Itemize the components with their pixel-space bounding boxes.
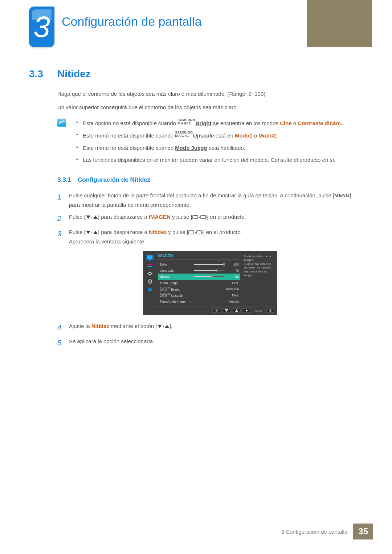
svg-rect-7: [147, 266, 152, 267]
osd-tab-settings-icon: [146, 279, 154, 284]
header-stripe: [307, 0, 392, 47]
osd-row: Modo JuegoDes.: [158, 280, 240, 286]
svg-text:i: i: [150, 288, 150, 291]
osd-row: SAMSUNGMAGICUpscaleDes.: [158, 292, 240, 298]
osd-auto-button: AUTO: [253, 309, 264, 312]
osd-down-icon: [222, 308, 230, 313]
osd-control-bar: AUTO: [146, 307, 274, 313]
section-number: 3.3: [29, 68, 57, 80]
osd-tab-color-icon: [146, 263, 154, 268]
chapter-badge: 3: [29, 7, 54, 47]
svg-rect-5: [149, 259, 151, 260]
page-number: 35: [353, 524, 373, 539]
note-item-4: Las funciones disponibles en el monitor …: [75, 156, 363, 164]
note-item-2: Este menú no está disponible cuando SAMS…: [75, 131, 363, 140]
down-up-icon: [86, 215, 98, 219]
page-footer: 3 Configuración de pantalla 35: [281, 524, 373, 539]
osd-tab-size-icon: [146, 271, 154, 276]
osd-row: Contraste75: [158, 267, 240, 274]
step-3: 3Pulse [] para desplazarse a Nitidez y p…: [57, 227, 363, 246]
svg-rect-6: [147, 264, 152, 265]
osd-left-icon: [212, 308, 220, 313]
chapter-number: 3: [33, 10, 50, 43]
svg-rect-0: [193, 216, 198, 219]
osd-row: Nitidez60: [158, 274, 240, 280]
osd-right-icon: [243, 308, 251, 313]
note-icon: [57, 119, 75, 168]
svg-rect-3: [197, 231, 202, 234]
osd-sidebar: i: [146, 254, 155, 304]
footer-chapter-label: 3 Configuración de pantalla: [281, 529, 348, 535]
svg-rect-2: [189, 231, 194, 234]
osd-header: IMAGEN: [158, 254, 240, 260]
step-4: 4Ajuste la Nitidez mediante el botón [].: [57, 321, 363, 334]
note-item-1: Esta opción no está disponible cuando SA…: [75, 119, 363, 127]
step-5: 5Se aplicará la opción seleccionada.: [57, 337, 363, 349]
osd-up-icon: [233, 308, 241, 313]
down-up-icon: [86, 230, 98, 235]
chapter-title: Configuración de pantalla: [62, 15, 202, 29]
step-2: 2Pulse [] para desplazarse a IMAGEN y pu…: [57, 212, 363, 225]
enter-source-icon: [192, 215, 207, 219]
osd-row: SAMSUNGMAGICBrightPersonal: [158, 286, 240, 292]
osd-tab-image-icon: [146, 255, 154, 260]
down-up-icon: [157, 324, 170, 329]
osd-tooltip: Ajuste la nitidez de la imagen.Cuanto má…: [242, 254, 274, 304]
enter-source-icon: [188, 230, 203, 235]
osd-row: Tamaño de imagen▼Amplio: [158, 298, 240, 304]
osd-window: i IMAGEN Brillo100Contraste75Nitidez60Mo…: [143, 251, 277, 315]
svg-rect-1: [201, 216, 206, 219]
section-title: 3.3Nitidez: [29, 68, 363, 80]
subsection-title: 3.3.1Configuración de Nitidez: [57, 176, 363, 184]
svg-point-9: [150, 281, 151, 282]
intro-paragraph-1: Haga que el contorno de los objetos sea …: [57, 90, 363, 98]
note-item-3: Este menú no está disponible cuando Modo…: [75, 144, 363, 152]
osd-power-icon: [266, 308, 274, 313]
osd-row: Brillo100: [158, 261, 240, 267]
osd-tab-info-icon: i: [146, 287, 154, 292]
svg-rect-4: [147, 255, 152, 259]
note-block: Esta opción no está disponible cuando SA…: [57, 119, 363, 168]
intro-paragraph-2: Un valor superior conseguirá que el cont…: [57, 103, 363, 112]
step-1: 1Pulse cualquier botón de la parte front…: [57, 191, 363, 209]
